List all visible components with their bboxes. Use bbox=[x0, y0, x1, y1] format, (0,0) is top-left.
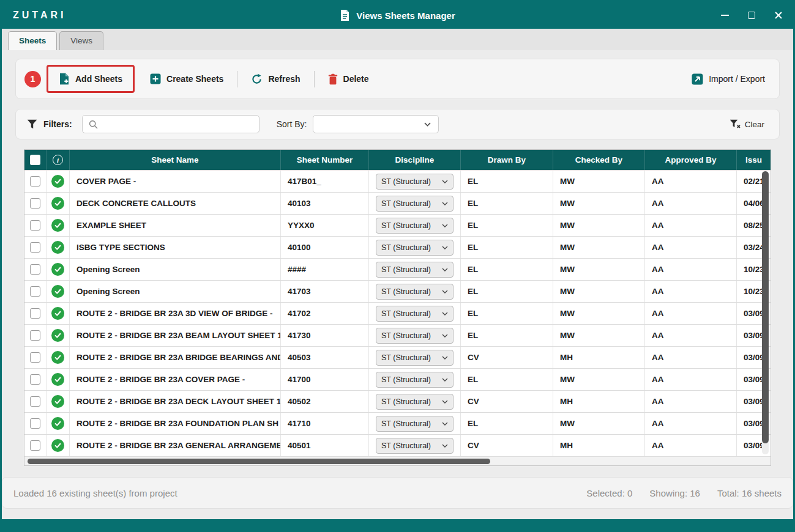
discipline-select[interactable]: ST (Structural) bbox=[376, 284, 453, 300]
row-checkbox-cell bbox=[24, 413, 47, 434]
delete-trash-icon bbox=[328, 73, 338, 85]
table-row: Opening Screen #### ST (Structural) EL M… bbox=[24, 258, 771, 280]
sort-by-dropdown[interactable] bbox=[313, 115, 439, 133]
discipline-select[interactable]: ST (Structural) bbox=[376, 196, 453, 212]
discipline-select[interactable]: ST (Structural) bbox=[376, 350, 453, 366]
row-checkbox[interactable] bbox=[30, 198, 40, 209]
title-bar: ZUTARI Views Sheets Manager bbox=[2, 2, 793, 29]
clear-filters-button[interactable]: Clear bbox=[726, 116, 768, 132]
discipline-select[interactable]: ST (Structural) bbox=[376, 372, 453, 388]
selected-count: Selected: 0 bbox=[586, 488, 632, 498]
status-ok-icon bbox=[51, 307, 64, 320]
toolbar-separator bbox=[237, 71, 237, 87]
discipline-select[interactable]: ST (Structural) bbox=[376, 218, 453, 234]
row-status-cell bbox=[47, 281, 70, 302]
table-row: ISBG TYPE SECTIONS 40100 ST (Structural)… bbox=[24, 236, 771, 258]
filters-label: Filters: bbox=[43, 119, 72, 129]
approved-by-cell: AA bbox=[645, 325, 737, 346]
row-checkbox[interactable] bbox=[30, 440, 40, 451]
vertical-scrollbar[interactable] bbox=[762, 171, 769, 454]
horizontal-scrollbar-thumb[interactable] bbox=[28, 459, 490, 464]
row-checkbox-cell bbox=[24, 259, 47, 280]
row-status-cell bbox=[47, 193, 70, 214]
delete-button[interactable]: Delete bbox=[323, 69, 375, 89]
tab-sheets[interactable]: Sheets bbox=[8, 31, 57, 50]
chevron-down-icon bbox=[442, 180, 448, 183]
discipline-cell: ST (Structural) bbox=[369, 413, 461, 434]
maximize-icon bbox=[748, 12, 755, 19]
toolbar: 1 Add Sheets Create Shee bbox=[15, 59, 780, 99]
minimize-button[interactable] bbox=[720, 10, 730, 20]
header-issue-date[interactable]: Issu bbox=[737, 150, 771, 170]
row-checkbox[interactable] bbox=[30, 242, 40, 253]
status-ok-icon bbox=[51, 373, 64, 386]
discipline-select[interactable]: ST (Structural) bbox=[376, 416, 453, 432]
refresh-icon bbox=[251, 73, 263, 85]
discipline-select[interactable]: ST (Structural) bbox=[376, 306, 453, 322]
status-ok-icon bbox=[51, 197, 64, 210]
sheet-name-cell: DECK CONCRETE CALLOUTS bbox=[70, 193, 281, 214]
import-export-button[interactable]: Import / Export bbox=[686, 69, 771, 89]
clear-filter-icon bbox=[730, 119, 741, 129]
discipline-select[interactable]: ST (Structural) bbox=[376, 328, 453, 344]
discipline-select[interactable]: ST (Structural) bbox=[376, 174, 453, 190]
sheet-name-cell: ROUTE 2 - BRIDGE BR 23A 3D VIEW OF BRIDG… bbox=[70, 303, 281, 324]
drawn-by-cell: EL bbox=[461, 215, 553, 236]
row-checkbox[interactable] bbox=[30, 220, 40, 231]
approved-by-cell: AA bbox=[645, 391, 737, 412]
header-discipline[interactable]: Discipline bbox=[369, 150, 461, 170]
vertical-scrollbar-thumb[interactable] bbox=[762, 171, 769, 443]
window-title-group: Views Sheets Manager bbox=[2, 9, 793, 21]
header-drawn-by[interactable]: Drawn By bbox=[461, 150, 553, 170]
row-checkbox[interactable] bbox=[30, 264, 40, 275]
row-checkbox[interactable] bbox=[30, 308, 40, 319]
toolbar-separator bbox=[314, 71, 315, 87]
status-ok-icon bbox=[51, 263, 64, 276]
row-checkbox[interactable] bbox=[30, 418, 40, 429]
header-sheet-name[interactable]: Sheet Name bbox=[70, 150, 281, 170]
create-sheets-button[interactable]: Create Sheets bbox=[144, 69, 229, 89]
row-status-cell bbox=[47, 237, 70, 258]
row-checkbox[interactable] bbox=[30, 352, 40, 363]
tab-views[interactable]: Views bbox=[59, 31, 103, 50]
sheet-number-cell: 40502 bbox=[281, 391, 369, 412]
row-status-cell bbox=[47, 347, 70, 368]
close-button[interactable] bbox=[774, 10, 783, 20]
header-checked-by[interactable]: Checked By bbox=[553, 150, 645, 170]
sheet-number-cell: #### bbox=[281, 259, 369, 280]
chevron-down-icon bbox=[442, 246, 448, 249]
chevron-down-icon bbox=[442, 268, 448, 272]
discipline-select[interactable]: ST (Structural) bbox=[376, 438, 453, 454]
chevron-down-icon bbox=[442, 378, 448, 382]
refresh-button[interactable]: Refresh bbox=[245, 69, 305, 89]
discipline-cell: ST (Structural) bbox=[369, 237, 461, 258]
step-annotation-badge: 1 bbox=[24, 71, 41, 87]
search-icon bbox=[89, 120, 98, 129]
search-input[interactable] bbox=[103, 120, 253, 129]
status-ok-icon bbox=[51, 241, 64, 254]
checked-by-cell: MH bbox=[553, 347, 645, 368]
header-sheet-number[interactable]: Sheet Number bbox=[281, 150, 369, 170]
drawn-by-cell: EL bbox=[461, 325, 553, 346]
row-checkbox[interactable] bbox=[30, 176, 40, 187]
row-checkbox[interactable] bbox=[30, 330, 40, 341]
chevron-down-icon bbox=[442, 290, 448, 294]
add-sheets-button[interactable]: Add Sheets bbox=[53, 68, 128, 89]
maximize-button[interactable] bbox=[747, 10, 756, 20]
row-checkbox[interactable] bbox=[30, 396, 40, 407]
discipline-select[interactable]: ST (Structural) bbox=[376, 262, 453, 278]
row-status-cell bbox=[47, 215, 70, 236]
row-checkbox[interactable] bbox=[30, 374, 40, 385]
discipline-select[interactable]: ST (Structural) bbox=[376, 240, 453, 256]
row-checkbox-cell bbox=[24, 171, 47, 192]
document-icon bbox=[340, 9, 350, 21]
checked-by-cell: MW bbox=[553, 369, 645, 390]
horizontal-scrollbar[interactable] bbox=[24, 456, 771, 465]
approved-by-cell: AA bbox=[645, 281, 737, 302]
discipline-cell: ST (Structural) bbox=[369, 391, 461, 412]
checked-by-cell: MW bbox=[553, 193, 645, 214]
row-checkbox[interactable] bbox=[30, 286, 40, 297]
discipline-select[interactable]: ST (Structural) bbox=[376, 394, 453, 410]
header-approved-by[interactable]: Approved By bbox=[645, 150, 737, 170]
select-all-checkbox[interactable] bbox=[30, 155, 40, 165]
